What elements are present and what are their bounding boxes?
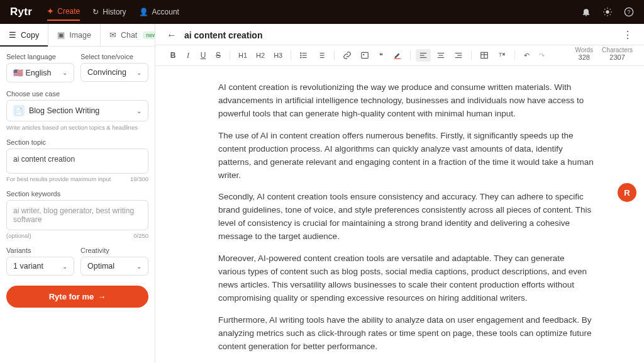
sidebar-tabs: ☰ Copy ▣ Image ✉ Chat new xyxy=(0,24,155,47)
svg-point-5 xyxy=(300,55,301,56)
svg-rect-14 xyxy=(394,59,401,59)
svg-rect-20 xyxy=(438,57,445,58)
help-icon[interactable]: ? xyxy=(624,7,634,17)
editor-area: ← ai content creation ⋮ B I U S H1 H2 H3… xyxy=(155,24,644,363)
svg-point-7 xyxy=(300,57,301,58)
new-badge: new xyxy=(143,31,155,39)
tab-image-label: Image xyxy=(69,31,91,40)
keywords-input[interactable]: ai writer, blog generator, best writing … xyxy=(6,200,148,230)
image-button[interactable] xyxy=(357,49,372,62)
theme-icon[interactable] xyxy=(602,7,613,17)
tab-chat[interactable]: ✉ Chat new xyxy=(101,24,155,46)
nav-create[interactable]: ✦ Create xyxy=(47,3,80,21)
svg-rect-4 xyxy=(303,53,307,53)
clear-button[interactable]: T xyxy=(494,49,509,62)
svg-rect-9 xyxy=(320,53,325,53)
svg-point-3 xyxy=(300,52,301,53)
quote-button[interactable]: ❝ xyxy=(375,49,387,62)
words-value: 328 xyxy=(575,53,593,61)
editor-header: ← ai content creation ⋮ xyxy=(155,24,644,45)
tone-select[interactable]: Convincing ⌄ xyxy=(80,63,148,82)
logo: Rytr xyxy=(10,6,32,18)
svg-text:?: ? xyxy=(628,9,631,15)
strike-button[interactable]: S xyxy=(212,49,225,62)
language-field: Select language 🇺🇸 English ⌄ xyxy=(6,53,74,82)
chars-label: Characters xyxy=(602,47,633,53)
top-nav: ✦ Create ↻ History 👤 Account xyxy=(47,3,179,21)
h3-button[interactable]: H3 xyxy=(270,49,286,62)
paragraph[interactable]: The use of AI in content creation offers… xyxy=(218,130,594,182)
usecase-select[interactable]: 📄Blog Section Writing ⌄ xyxy=(6,100,148,121)
chevron-down-icon: ⌄ xyxy=(62,263,67,270)
lang-tone-row: Select language 🇺🇸 English ⌄ Select tone… xyxy=(6,53,148,82)
more-icon[interactable]: ⋮ xyxy=(623,29,633,41)
top-header-right: ? xyxy=(581,7,634,17)
italic-button[interactable]: I xyxy=(182,49,194,62)
topic-input[interactable]: ai content creation xyxy=(6,148,148,174)
topic-field: Section topic ai content creation For be… xyxy=(6,138,148,182)
svg-point-13 xyxy=(363,54,364,55)
align-center-button[interactable] xyxy=(433,49,448,62)
separator xyxy=(514,50,515,60)
user-icon: 👤 xyxy=(139,8,148,16)
nav-account[interactable]: 👤 Account xyxy=(139,4,179,20)
ul-button[interactable] xyxy=(296,49,311,62)
arrow-right-icon: → xyxy=(97,292,106,301)
svg-rect-8 xyxy=(303,57,307,58)
chars-stat: Characters 2307 xyxy=(602,47,633,61)
svg-rect-19 xyxy=(439,55,443,55)
underline-button[interactable]: U xyxy=(197,49,209,62)
svg-rect-11 xyxy=(320,57,325,58)
creativity-field: Creativity Optimal ⌄ xyxy=(80,247,148,276)
flag-icon: 🇺🇸 xyxy=(13,69,23,77)
variants-select[interactable]: 1 variant ⌄ xyxy=(6,257,74,276)
separator xyxy=(230,50,230,60)
link-button[interactable] xyxy=(340,49,355,62)
redo-button[interactable]: ↷ xyxy=(535,49,548,62)
keywords-label: Section keywords xyxy=(6,190,148,198)
svg-rect-23 xyxy=(455,57,462,58)
language-value: English xyxy=(25,69,51,77)
variants-value: 1 variant xyxy=(13,262,43,271)
paragraph[interactable]: Furthermore, AI writing tools have the a… xyxy=(218,314,594,354)
align-right-button[interactable] xyxy=(451,49,466,62)
usecase-field: Choose use case 📄Blog Section Writing ⌄ … xyxy=(6,90,148,131)
svg-rect-6 xyxy=(303,55,307,55)
sidebar: ☰ Copy ▣ Image ✉ Chat new Select languag… xyxy=(0,24,155,363)
h2-button[interactable]: H2 xyxy=(253,49,268,62)
separator xyxy=(410,50,411,60)
nav-history[interactable]: ↻ History xyxy=(92,4,126,20)
language-select[interactable]: 🇺🇸 English ⌄ xyxy=(6,63,74,82)
tab-copy[interactable]: ☰ Copy xyxy=(0,24,48,46)
editor-content[interactable]: AI content creation is revolutionizing t… xyxy=(155,66,644,363)
table-button[interactable] xyxy=(477,49,492,62)
paragraph[interactable]: AI content creation is revolutionizing t… xyxy=(218,81,594,121)
highlight-button[interactable] xyxy=(390,49,405,62)
svg-text:T: T xyxy=(499,52,502,58)
bell-icon[interactable] xyxy=(581,7,591,17)
h1-button[interactable]: H1 xyxy=(235,49,250,62)
paragraph[interactable]: Moreover, AI-powered content creation to… xyxy=(218,252,594,305)
chevron-down-icon: ⌄ xyxy=(62,69,67,76)
document-icon: 📄 xyxy=(13,105,25,116)
keywords-counter: 0/250 xyxy=(133,232,148,239)
tone-value: Convincing xyxy=(87,68,126,77)
svg-point-0 xyxy=(606,10,609,13)
align-left-button[interactable] xyxy=(416,49,431,62)
tab-image[interactable]: ▣ Image xyxy=(48,24,101,46)
keywords-optional: (optional) xyxy=(6,232,31,239)
ryte-button[interactable]: Ryte for me → xyxy=(6,286,148,308)
chevron-down-icon: ⌄ xyxy=(136,263,142,270)
paragraph[interactable]: Secondly, AI content creation tools ensu… xyxy=(218,191,594,243)
rytr-fab-button[interactable]: R xyxy=(618,183,636,202)
image-icon: ▣ xyxy=(57,30,65,40)
undo-button[interactable]: ↶ xyxy=(520,49,533,62)
bold-button[interactable]: B xyxy=(167,49,179,62)
tab-chat-label: Chat xyxy=(121,31,137,40)
chat-icon: ✉ xyxy=(109,30,116,40)
variants-label: Variants xyxy=(6,247,74,254)
tab-copy-label: Copy xyxy=(21,31,39,40)
back-arrow-icon[interactable]: ← xyxy=(167,30,177,41)
creativity-select[interactable]: Optimal ⌄ xyxy=(80,257,148,276)
ol-button[interactable] xyxy=(314,49,329,62)
